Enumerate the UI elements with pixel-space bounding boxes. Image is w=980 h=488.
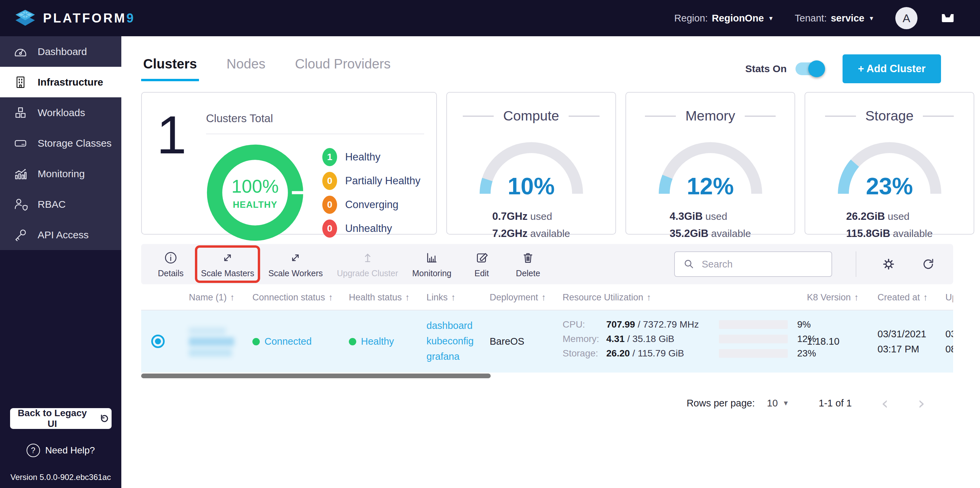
sidebar-item-label: RBAC	[38, 199, 65, 210]
pagination-range: 1-1 of 1	[819, 398, 852, 409]
search-icon	[682, 257, 696, 271]
search-input[interactable]	[701, 258, 824, 270]
sort-asc-icon[interactable]: ↑	[647, 292, 651, 303]
refresh-button[interactable]	[915, 256, 941, 272]
inbox-icon[interactable]	[940, 10, 956, 26]
column-header-links[interactable]: Links↑	[426, 292, 456, 303]
topbar: PLATFORM9 Region: RegionOne ▾ Tenant: se…	[0, 0, 980, 36]
legend-item-converging: 0 Converging	[322, 196, 420, 214]
sidebar-item-infrastructure[interactable]: Infrastructure	[0, 67, 121, 97]
sort-asc-icon[interactable]: ↑	[405, 292, 410, 303]
row-radio[interactable]	[151, 334, 165, 348]
settings-button[interactable]	[876, 256, 901, 272]
sidebar-item-monitoring[interactable]: Monitoring	[0, 158, 121, 189]
trash-icon	[520, 250, 536, 266]
add-cluster-button[interactable]: + Add Cluster	[843, 54, 941, 83]
details-button[interactable]: Details	[154, 250, 187, 278]
column-header-k8-version[interactable]: K8 Version↑	[807, 292, 859, 303]
region-selector[interactable]: Region: RegionOne ▾	[674, 13, 773, 24]
back-to-legacy-label: Back to Legacy UI	[12, 408, 93, 429]
chevron-right-icon[interactable]: ›	[918, 395, 925, 412]
decor-line	[463, 116, 494, 116]
donut-label: HEALTHY	[233, 200, 278, 210]
toggle-track[interactable]	[795, 62, 823, 75]
chart-icon	[424, 250, 439, 266]
scale-workers-button[interactable]: Scale Workers	[268, 250, 323, 278]
memory-title: Memory	[685, 108, 735, 124]
edit-button[interactable]: Edit	[466, 250, 498, 278]
horizontal-scrollbar[interactable]	[141, 374, 491, 378]
sidebar-item-rbac[interactable]: RBAC	[0, 189, 121, 220]
dashboard-link[interactable]: dashboard	[426, 318, 474, 333]
need-help-link[interactable]: ? Need Help?	[27, 444, 95, 457]
arrow-up-icon	[360, 250, 375, 266]
grafana-link[interactable]: grafana	[426, 349, 474, 364]
sidebar-item-label: API Access	[38, 229, 89, 241]
bar-chart-icon	[13, 166, 28, 182]
compute-gauge-chart: 10%	[476, 139, 587, 196]
sort-asc-icon[interactable]: ↑	[541, 292, 546, 303]
need-help-label: Need Help?	[45, 445, 95, 456]
divider	[206, 133, 424, 134]
table-header: Name (1)↑ Connection status↑ Health stat…	[141, 286, 953, 311]
column-header-created-at[interactable]: Created at↑	[878, 292, 928, 303]
chevron-down-icon: ▼	[783, 399, 789, 407]
rows-per-page-select[interactable]: 10 ▼	[767, 398, 789, 409]
storage-percent: 23%	[834, 173, 945, 200]
search-box[interactable]	[674, 251, 832, 277]
sort-asc-icon[interactable]: ↑	[923, 292, 928, 303]
health-legend: 1 Healthy 0 Partially Healthy 0 Convergi…	[322, 144, 420, 242]
resource-utilization: CPU: 707.99 / 7372.79 MHz 9% Memory: 4.3…	[563, 319, 818, 359]
brand-accent: 9	[126, 11, 135, 25]
column-header-deployment[interactable]: Deployment↑	[490, 292, 546, 303]
column-header-clipped[interactable]: Up	[945, 292, 953, 303]
clusters-total-title: Clusters Total	[206, 112, 424, 125]
tab-nodes[interactable]: Nodes	[224, 54, 267, 79]
storage-bar	[719, 349, 788, 358]
avatar-initial: A	[903, 12, 910, 25]
tenant-label: Tenant:	[795, 13, 827, 24]
chevron-down-icon: ▾	[769, 14, 773, 22]
cpu-utilization-row: CPU: 707.99 / 7372.79 MHz 9%	[563, 319, 818, 330]
upgrade-cluster-button[interactable]: Upgrade Cluster	[337, 250, 398, 278]
sidebar: Dashboard Infrastructure Workloads	[0, 36, 121, 488]
refresh-icon	[920, 256, 936, 272]
sidebar-item-label: Storage Classes	[38, 138, 111, 149]
toggle-knob[interactable]	[808, 60, 825, 77]
decor-line	[923, 116, 954, 116]
user-shield-icon	[13, 196, 28, 212]
converging-badge: 0	[322, 196, 337, 214]
tenant-value: service	[831, 13, 864, 24]
tenant-selector[interactable]: Tenant: service ▾	[795, 13, 873, 24]
monitoring-button[interactable]: Monitoring	[412, 250, 452, 278]
sort-asc-icon[interactable]: ↑	[451, 292, 456, 303]
tab-clusters[interactable]: Clusters	[141, 54, 199, 81]
sort-asc-icon[interactable]: ↑	[230, 292, 235, 303]
tab-cloud-providers[interactable]: Cloud Providers	[293, 54, 393, 79]
table-row[interactable]: Connected Healthy dashboard kubeconfig g…	[141, 311, 953, 372]
column-header-connection-status[interactable]: Connection status↑	[252, 292, 333, 303]
scale-masters-button[interactable]: Scale Masters	[201, 250, 254, 278]
sidebar-item-label: Infrastructure	[38, 76, 103, 88]
sort-asc-icon[interactable]: ↑	[854, 292, 859, 303]
memory-stats: 4.3GiBused 35.2GiBavailable	[670, 211, 751, 240]
rows-per-page-label: Rows per page:	[687, 398, 755, 409]
sort-asc-icon[interactable]: ↑	[328, 292, 333, 303]
sidebar-item-dashboard[interactable]: Dashboard	[0, 36, 121, 67]
clusters-table: Name (1)↑ Connection status↑ Health stat…	[141, 286, 953, 378]
sidebar-item-workloads[interactable]: Workloads	[0, 97, 121, 128]
question-icon: ?	[27, 444, 40, 457]
scale-diagonal-icon	[220, 250, 235, 266]
sidebar-item-api-access[interactable]: API Access	[0, 220, 121, 250]
column-header-name[interactable]: Name (1)↑	[189, 292, 235, 303]
delete-button[interactable]: Delete	[512, 250, 544, 278]
sidebar-item-storage-classes[interactable]: Storage Classes	[0, 128, 121, 158]
kubeconfig-link[interactable]: kubeconfig	[426, 333, 474, 349]
back-to-legacy-button[interactable]: Back to Legacy UI	[10, 408, 111, 429]
chevron-left-icon[interactable]: ‹	[881, 395, 888, 412]
column-header-resource-utilization[interactable]: Resource Utilization↑	[563, 292, 651, 303]
stats-toggle[interactable]: Stats On	[745, 62, 823, 75]
avatar[interactable]: A	[895, 7, 918, 29]
memory-card: Memory 12% 4.3GiBused 35.2GiBavailable	[625, 92, 795, 234]
column-header-health-status[interactable]: Health status↑	[349, 292, 410, 303]
